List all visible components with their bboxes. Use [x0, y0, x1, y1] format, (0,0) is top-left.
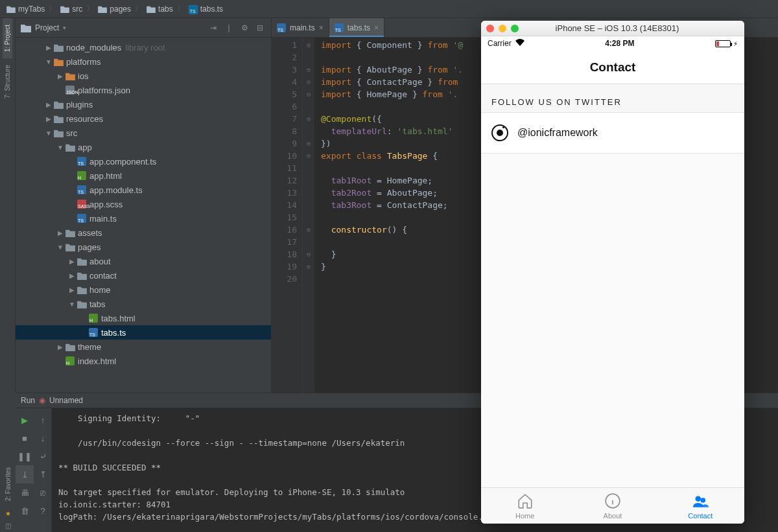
tree-item[interactable]: ▶contact	[16, 268, 271, 283]
project-icon	[21, 23, 31, 32]
simulator-titlebar[interactable]: iPhone SE – iOS 10.3 (14E8301)	[481, 21, 744, 36]
tree-arrow-icon[interactable]: ▶	[44, 115, 53, 122]
list-item[interactable]: @ionicframework	[481, 113, 744, 154]
battery-icon	[715, 40, 731, 47]
tree-item[interactable]: TSmain.ts	[16, 211, 271, 226]
stop-button[interactable]: ■	[16, 429, 34, 447]
run-button[interactable]: ▶	[16, 411, 34, 429]
svg-point-4	[701, 498, 706, 503]
status-bar: Carrier 4:28 PM ⚡︎	[481, 36, 744, 51]
tabbar-item[interactable]: Contact	[657, 488, 744, 524]
hide-icon[interactable]: ⊟	[254, 22, 266, 34]
collapse-icon[interactable]: ⇥	[207, 22, 219, 34]
soft-wrap-icon[interactable]: ⤶	[34, 447, 52, 465]
file-icon: H	[65, 356, 75, 365]
tree-arrow-icon[interactable]: ▶	[56, 73, 65, 80]
pause-button[interactable]: ❚❚	[16, 447, 34, 465]
tree-arrow-icon[interactable]: ▶	[56, 229, 65, 237]
tool-favorites[interactable]: 2: Favorites	[3, 461, 13, 507]
help-icon[interactable]: ?	[34, 502, 52, 520]
tree-item[interactable]: ▶plugins	[16, 97, 271, 111]
tree-item[interactable]: Htabs.html	[16, 311, 271, 325]
tabbar-item[interactable]: Home	[481, 488, 569, 524]
project-tree[interactable]: ▶node_moduleslibrary root▼platforms▶iosJ…	[16, 38, 271, 393]
file-icon: H	[77, 171, 87, 180]
tree-item[interactable]: ▶home	[16, 283, 271, 297]
tree-arrow-icon[interactable]: ▶	[67, 272, 77, 279]
tree-item[interactable]: ▼app	[16, 140, 271, 154]
tree-item[interactable]: ▶about	[16, 254, 271, 268]
tree-item[interactable]: ▼src	[16, 126, 271, 140]
editor-tab[interactable]: TSmain.ts×	[272, 18, 329, 37]
breadcrumb-item[interactable]: tabs	[144, 5, 176, 14]
breadcrumb-item[interactable]: TStabs.ts	[186, 5, 226, 14]
down-icon[interactable]: ↓	[34, 429, 52, 447]
tree-item[interactable]: TSapp.module.ts	[16, 183, 271, 197]
tree-item[interactable]: ▼tabs	[16, 297, 271, 311]
tree-item[interactable]: ▶node_moduleslibrary root	[16, 40, 271, 54]
tab-icon	[517, 492, 534, 511]
tree-item[interactable]: Hindex.html	[16, 354, 271, 368]
trash-icon[interactable]: 🗑	[16, 502, 34, 520]
ts-file-icon: TS	[277, 23, 286, 32]
close-icon[interactable]	[486, 25, 494, 32]
file-icon: TS	[88, 328, 99, 337]
close-tab-icon[interactable]: ×	[319, 23, 324, 32]
breadcrumb-item[interactable]: myTabs	[4, 5, 47, 14]
scroll-end-icon[interactable]: ⤓	[16, 465, 34, 483]
tree-arrow-icon[interactable]: ▶	[67, 286, 77, 294]
tree-item[interactable]: ▼pages	[16, 240, 271, 254]
tree-arrow-icon[interactable]: ▼	[67, 301, 77, 308]
tree-item[interactable]: TSapp.component.ts	[16, 154, 271, 168]
fold-column[interactable]: ⊖⊖⊖⊖⊖⊖⊖⊖⊖⊖	[303, 38, 314, 393]
tree-arrow-icon[interactable]: ▶	[56, 343, 65, 351]
tree-item[interactable]: ▶resources	[16, 111, 271, 126]
file-icon	[77, 286, 87, 294]
window-status-icon[interactable]: ◫	[5, 520, 11, 532]
tree-item[interactable]: Happ.html	[16, 168, 271, 183]
gutter: 1234567891011121314151617181920	[272, 38, 303, 393]
file-icon	[53, 129, 64, 137]
tree-arrow-icon[interactable]: ▶	[44, 44, 53, 51]
tabbar-item[interactable]: About	[569, 488, 656, 524]
breadcrumb-item[interactable]: src	[58, 5, 85, 14]
sim-body	[481, 154, 744, 487]
filter-icon[interactable]: ⎚	[34, 483, 52, 502]
scroll-end2-icon[interactable]: ⤒	[34, 465, 52, 483]
tree-arrow-icon[interactable]: ▼	[44, 58, 53, 65]
editor-tab[interactable]: TStabs.ts×	[329, 18, 384, 37]
gear-icon[interactable]: ⚙	[239, 22, 250, 34]
tree-item[interactable]: JSONplatforms.json	[16, 83, 271, 97]
close-tab-icon[interactable]: ×	[374, 23, 379, 32]
tree-item[interactable]: SASSapp.scss	[16, 197, 271, 211]
tree-arrow-icon[interactable]: ▶	[44, 101, 53, 108]
ionic-icon	[491, 124, 508, 141]
chevron-down-icon[interactable]: ▾	[63, 25, 66, 31]
tree-arrow-icon[interactable]: ▼	[56, 144, 65, 151]
run-config-name[interactable]: Unnamed	[49, 396, 83, 405]
simulator-window[interactable]: iPhone SE – iOS 10.3 (14E8301) Carrier 4…	[481, 21, 744, 524]
zoom-icon[interactable]	[511, 25, 519, 32]
tree-item[interactable]: ▶ios	[16, 69, 271, 83]
breadcrumb-item[interactable]: pages	[95, 5, 134, 14]
tree-item[interactable]: ▶assets	[16, 226, 271, 240]
up-icon[interactable]: ↑	[34, 411, 52, 429]
tree-arrow-icon[interactable]: ▼	[44, 130, 53, 137]
tree-arrow-icon[interactable]: ▼	[56, 244, 65, 251]
tree-item[interactable]: ▼platforms	[16, 54, 271, 69]
project-panel: Project ▾ ⇥ | ⚙ ⊟ ▶node_moduleslibrary r…	[16, 18, 272, 393]
list-item-label: @ionicframework	[517, 127, 598, 139]
run-toolbar: ▶ ↑ ■ ↓ ❚❚ ⤶ ⤓ ⤒ 🖶 ⎚ 🗑 ?	[16, 408, 52, 532]
file-icon: TS	[77, 214, 87, 223]
print-icon[interactable]: 🖶	[16, 483, 34, 502]
tool-project[interactable]: 1: Project	[3, 18, 12, 58]
tool-structure[interactable]: 7: Structure	[3, 58, 12, 105]
tree-item[interactable]: ▶theme	[16, 340, 271, 354]
simulator-screen: Carrier 4:28 PM ⚡︎ Contact FOLLOW US ON …	[481, 36, 744, 524]
file-icon: H	[88, 314, 99, 323]
tree-item[interactable]: TStabs.ts	[16, 325, 271, 340]
tree-arrow-icon[interactable]: ▶	[67, 258, 77, 265]
folder-icon	[147, 5, 156, 13]
settings-divider-icon: |	[223, 22, 235, 34]
minimize-icon[interactable]	[499, 25, 506, 32]
